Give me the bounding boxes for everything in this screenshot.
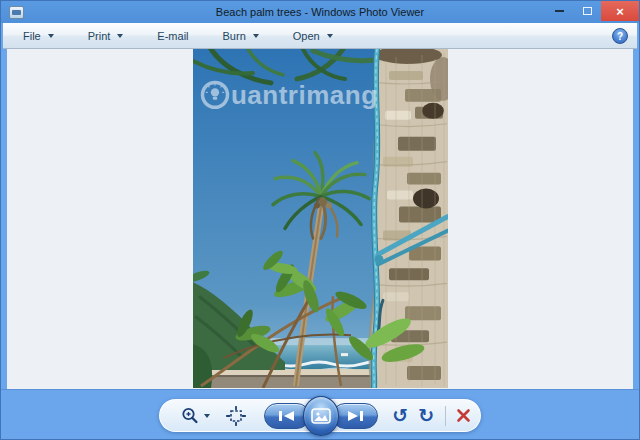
zoom-button[interactable] xyxy=(180,406,200,426)
close-icon: × xyxy=(616,5,624,18)
magnifier-icon xyxy=(180,406,200,426)
photo-beach-palm-trees: uantrimang xyxy=(193,49,448,388)
menu-item-email[interactable]: E-mail xyxy=(147,27,198,45)
previous-icon xyxy=(277,410,297,422)
menu-item-label: File xyxy=(23,30,41,42)
minimize-icon xyxy=(555,10,564,12)
menu-item-label: Burn xyxy=(223,30,246,42)
dropdown-arrow-icon[interactable] xyxy=(117,34,123,38)
delete-button[interactable] xyxy=(455,407,472,424)
maximize-icon xyxy=(583,7,592,15)
toolbar-divider xyxy=(445,406,446,426)
rotate-counterclockwise-button[interactable]: ↺ xyxy=(392,406,408,425)
next-icon xyxy=(345,410,365,422)
question-mark-icon: ? xyxy=(617,31,623,42)
window-controls: × xyxy=(545,1,639,21)
bottom-control-bar: ↺ ↻ xyxy=(1,389,639,439)
menu-item-label: Open xyxy=(293,30,320,42)
rotate-cw-icon: ↻ xyxy=(418,406,434,425)
actual-size-icon xyxy=(226,406,246,426)
zoom-dropdown-arrow-icon[interactable] xyxy=(204,414,210,418)
rotate-clockwise-button[interactable]: ↻ xyxy=(418,406,434,425)
slideshow-icon xyxy=(311,408,331,424)
help-button[interactable]: ? xyxy=(612,28,628,44)
watermark-text: uantrimang xyxy=(231,80,378,110)
close-button[interactable]: × xyxy=(601,1,639,21)
maximize-button[interactable] xyxy=(573,1,601,21)
rotate-ccw-icon: ↺ xyxy=(392,406,408,425)
menu-item-print[interactable]: Print xyxy=(78,27,134,45)
playback-toolbar: ↺ ↻ xyxy=(159,399,481,432)
menu-item-burn[interactable]: Burn xyxy=(213,27,269,45)
dropdown-arrow-icon[interactable] xyxy=(327,34,333,38)
play-slideshow-button[interactable] xyxy=(303,396,340,436)
menu-item-label: Print xyxy=(88,30,111,42)
next-button[interactable] xyxy=(332,403,378,429)
minimize-button[interactable] xyxy=(545,1,573,21)
app-icon-picture xyxy=(12,10,21,15)
menu-item-open[interactable]: Open xyxy=(283,27,343,45)
titlebar[interactable]: Beach palm trees - Windows Photo Viewer … xyxy=(1,1,639,23)
window-title: Beach palm trees - Windows Photo Viewer xyxy=(1,6,639,18)
app-icon[interactable] xyxy=(9,6,24,19)
menu-item-file[interactable]: File xyxy=(13,27,64,45)
actual-size-button[interactable] xyxy=(226,406,246,426)
menubar: File Print E-mail Burn Open ? xyxy=(3,23,637,49)
dropdown-arrow-icon[interactable] xyxy=(48,34,54,38)
photo-viewer-window: Beach palm trees - Windows Photo Viewer … xyxy=(0,0,640,440)
photo-canvas-area: uantrimang xyxy=(7,49,633,389)
delete-x-icon xyxy=(455,407,472,424)
dropdown-arrow-icon[interactable] xyxy=(253,34,259,38)
menu-item-label: E-mail xyxy=(157,30,188,42)
